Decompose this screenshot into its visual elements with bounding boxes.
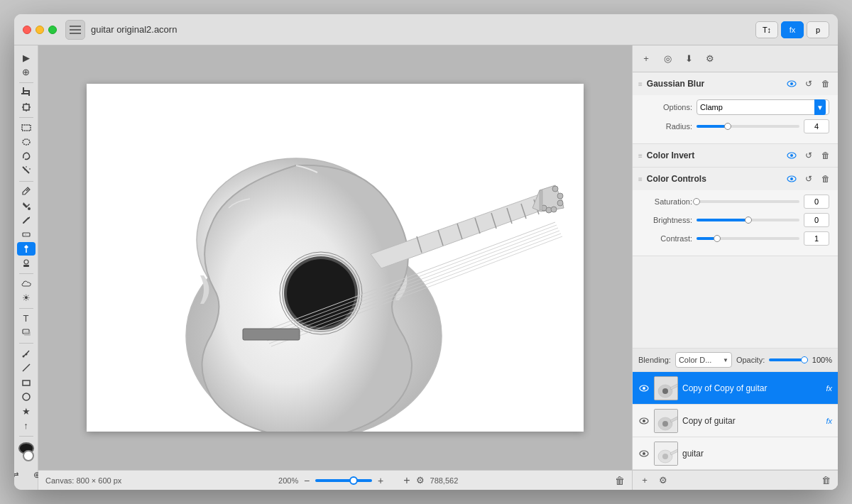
properties-panel-button[interactable]: p — [807, 21, 829, 38]
select-tool[interactable]: ▶ — [17, 51, 36, 64]
radius-value[interactable]: 4 — [804, 119, 829, 133]
gaussian-blur-eye[interactable] — [785, 77, 798, 90]
color-controls-header: ≡ Color Controls ↺ 🗑 — [633, 168, 838, 190]
contrast-label: Contrast: — [641, 234, 692, 243]
layer-1-visibility[interactable] — [638, 383, 650, 394]
add-filter-button[interactable]: + — [638, 51, 654, 67]
swap-colors-icon[interactable]: ⇄ — [14, 466, 25, 484]
drag-handle-2-icon[interactable]: ≡ — [638, 152, 643, 160]
svg-point-23 — [24, 260, 28, 264]
canvas-container[interactable] — [38, 45, 632, 470]
layer-item-1[interactable]: Copy of Copy of guitar fx — [633, 372, 838, 405]
brush-tool[interactable] — [17, 214, 36, 226]
svg-point-18 — [28, 207, 31, 210]
sun-tool[interactable]: ☀ — [17, 292, 36, 305]
radius-slider[interactable] — [697, 125, 799, 128]
maximize-button[interactable] — [48, 26, 57, 34]
sidebar-toggle-icon[interactable] — [65, 20, 85, 40]
layer-item-2[interactable]: Copy of guitar fx — [633, 405, 838, 437]
blending-arrow-icon: ▼ — [723, 357, 728, 363]
settings-filter-button[interactable]: ⚙ — [702, 51, 718, 67]
shadow-tool[interactable] — [17, 327, 36, 339]
svg-rect-1 — [70, 29, 81, 31]
circle-shape-tool[interactable] — [17, 390, 36, 403]
opacity-value: 100% — [812, 356, 832, 364]
arrow-shape-tool[interactable]: ↑ — [17, 419, 36, 432]
cloud-tool[interactable] — [17, 278, 36, 290]
zoom-slider-thumb — [349, 476, 358, 485]
magic-wand-tool[interactable] — [17, 164, 36, 177]
delete-layer-button[interactable]: 🗑 — [819, 474, 832, 487]
rect-shape-tool[interactable] — [17, 376, 36, 389]
fx-panel-button[interactable]: fx — [781, 21, 804, 38]
clamp-select[interactable]: Clamp ▼ — [697, 99, 829, 115]
svg-point-81 — [662, 454, 668, 459]
rect-select-tool[interactable] — [17, 121, 36, 133]
svg-point-78 — [643, 452, 645, 455]
paint-tool[interactable] — [17, 242, 36, 255]
transform-tool[interactable] — [17, 101, 36, 114]
zoom-tool[interactable]: ⊕ — [17, 65, 36, 78]
eraser-tool[interactable] — [17, 228, 36, 241]
opacity-slider[interactable] — [769, 358, 808, 361]
lasso-tool[interactable] — [17, 150, 36, 163]
color-controls-eye[interactable] — [785, 172, 798, 185]
paint-bucket-tool[interactable] — [17, 199, 36, 212]
drag-handle-3-icon[interactable]: ≡ — [638, 175, 643, 183]
layer-item-3[interactable]: guitar — [633, 437, 838, 470]
panel-toolbar: + ◎ ⬇ ⚙ — [633, 45, 838, 72]
contrast-value[interactable]: 1 — [804, 231, 829, 246]
minimize-button[interactable] — [36, 26, 44, 34]
trash-icon[interactable]: 🗑 — [615, 475, 625, 486]
line-tool[interactable] — [17, 361, 36, 374]
close-button[interactable] — [23, 26, 31, 34]
color-invert-eye[interactable] — [785, 149, 798, 162]
color-controls-delete[interactable]: 🗑 — [819, 172, 832, 185]
saturation-slider[interactable] — [697, 200, 799, 203]
contrast-slider[interactable] — [697, 237, 799, 240]
brightness-slider[interactable] — [697, 219, 799, 221]
pen-tool[interactable] — [17, 347, 36, 360]
tools-panel-button[interactable]: T↕ — [755, 21, 778, 38]
zoom-slider[interactable] — [315, 479, 372, 482]
zoom-out-button[interactable]: − — [301, 475, 312, 486]
ellipse-select-tool[interactable] — [17, 136, 36, 148]
gaussian-blur-delete[interactable]: 🗑 — [819, 77, 832, 90]
svg-point-73 — [643, 420, 645, 422]
color-invert-filter: ≡ Color Invert ↺ 🗑 — [633, 144, 838, 168]
brightness-value[interactable]: 0 — [804, 213, 829, 227]
drag-handle-icon[interactable]: ≡ — [638, 80, 643, 88]
background-color[interactable] — [23, 450, 34, 461]
download-filter-button[interactable]: ⬇ — [681, 51, 697, 67]
layers-section: Copy of Copy of guitar fx Copy of guitar… — [633, 372, 838, 490]
settings-icon[interactable]: ⚙ — [416, 475, 425, 486]
add-layer-button[interactable]: + — [403, 474, 410, 487]
gaussian-blur-reset[interactable]: ↺ — [802, 77, 815, 90]
color-invert-reset[interactable]: ↺ — [802, 149, 815, 162]
canvas — [87, 84, 584, 432]
zoom-in-button[interactable]: + — [375, 475, 386, 486]
blending-select[interactable]: Color D... ▼ — [675, 352, 732, 368]
layer-2-visibility[interactable] — [638, 415, 650, 427]
eyedropper-tool[interactable] — [17, 185, 36, 197]
layer-settings-button[interactable]: ⚙ — [657, 474, 670, 487]
saturation-value[interactable]: 0 — [804, 195, 829, 209]
svg-rect-24 — [23, 265, 29, 267]
toolbar-separator-1 — [19, 82, 33, 83]
layer-2-fx: fx — [826, 417, 832, 425]
layer-3-visibility[interactable] — [638, 448, 650, 459]
text-tool[interactable]: T — [17, 312, 36, 325]
eye-filter-button[interactable]: ◎ — [660, 51, 675, 67]
toolbar-separator-4 — [19, 273, 33, 274]
layer-1-name: Copy of Copy of guitar — [682, 383, 821, 393]
color-invert-delete[interactable]: 🗑 — [819, 149, 832, 162]
star-tool[interactable]: ★ — [17, 405, 36, 417]
color-controls-reset[interactable]: ↺ — [802, 172, 815, 185]
crop-tool[interactable] — [17, 86, 36, 99]
saturation-row: Saturation: 0 — [641, 195, 829, 209]
svg-point-64 — [790, 154, 793, 157]
add-layer-bottom-button[interactable]: + — [638, 474, 651, 487]
stamp-tool[interactable] — [17, 257, 36, 270]
svg-line-13 — [23, 167, 29, 173]
svg-rect-11 — [22, 125, 31, 131]
